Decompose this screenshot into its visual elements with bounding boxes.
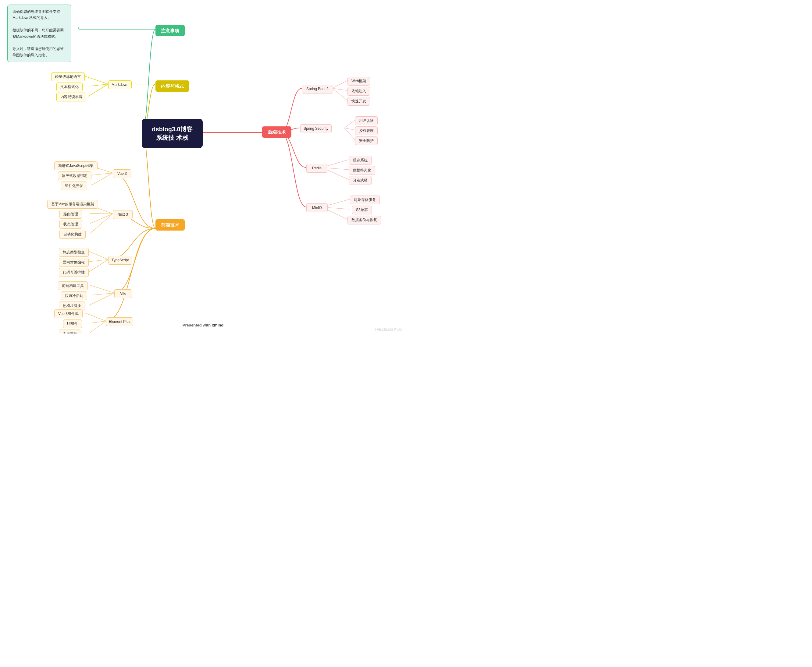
note-line-2: 根据软件的不同，您可能需要调整Markdown的语法或格式。 [13, 27, 66, 40]
leaf-ts-static: 静态类型检查 [59, 248, 89, 257]
footer-brand: xmind [212, 323, 223, 327]
footer: Presented with xmind [183, 323, 223, 327]
branch-backend: 后端技术 [262, 126, 291, 138]
sub-vue3: Vue 3 [113, 169, 131, 178]
sub-minio: MinIO [306, 204, 328, 212]
leaf-md-read: 内容易读易写 [57, 93, 86, 101]
leaf-md-light: 轻量级标记语言 [51, 73, 85, 81]
note-line-1: 请确保您的思维导图软件支持Markdown格式的导入。 [13, 8, 66, 21]
leaf-vue-prog: 渐进式JavaScript框架 [54, 161, 98, 170]
sub-vite: Vite [114, 289, 132, 298]
sub-elementplus: Element Plus [106, 317, 133, 326]
leaf-lock: 分布式锁 [349, 176, 371, 185]
leaf-oss: 对象存储服务 [350, 196, 380, 204]
leaf-cache: 缓存系统 [349, 156, 371, 165]
branch-notice: 注意事项 [155, 25, 185, 36]
leaf-ep-vue3: Vue 3组件库 [54, 309, 83, 318]
sub-springboot: Spring Boot 3 [302, 85, 333, 93]
leaf-vite-cold: 快速冷启动 [61, 292, 87, 300]
leaf-web: Web框架 [348, 77, 370, 86]
leaf-nuxt-build: 自动化构建 [60, 230, 86, 239]
leaf-security: 安全防护 [355, 136, 378, 145]
leaf-vue-comp: 组件化开发 [61, 181, 87, 190]
leaf-backup: 数据备份与恢复 [348, 216, 381, 224]
leaf-quickdev: 快速开发 [348, 97, 370, 106]
sub-redis: Redis [306, 164, 327, 173]
sub-nuxt3: Nuxt 3 [113, 210, 133, 219]
leaf-ts-oop: 面向对象编程 [59, 258, 89, 267]
sub-springsecurity: Spring Security [300, 124, 332, 133]
leaf-nuxt-state: 状态管理 [60, 220, 82, 229]
leaf-nuxt-ssr: 基于Vue的服务端渲染框架 [47, 200, 98, 209]
leaf-ep-ui: UI组件 [63, 320, 82, 329]
sub-typescript: TypeScript [108, 256, 132, 265]
leaf-s3: S3兼容 [352, 206, 372, 214]
leaf-ts-maint: 代码可维护性 [59, 268, 89, 277]
leaf-authz: 授权管理 [355, 126, 378, 135]
leaf-md-format: 文本格式化 [57, 83, 83, 91]
leaf-vite-build: 前端构建工具 [58, 281, 88, 290]
leaf-persist: 数据持久化 [349, 166, 375, 175]
branch-frontend: 前端技术 [155, 219, 185, 231]
footer-text: Presented with [183, 323, 212, 327]
center-node: dsblog3.0博客系统技 术栈 [142, 119, 203, 148]
leaf-vite-hmr: 热模块替换 [59, 302, 85, 310]
leaf-nuxt-route: 路由管理 [60, 210, 82, 219]
note-line-3: 导入时，请遵循您所使用的思维导图软件的导入指南。 [13, 46, 66, 58]
leaf-di: 依赖注入 [348, 87, 370, 96]
branch-content: 内容与格式 [155, 80, 189, 92]
leaf-ep-theme: 主题定制 [59, 330, 82, 334]
leaf-authn: 用户认证 [355, 116, 378, 125]
leaf-vue-reactive: 响应式数据绑定 [58, 171, 92, 180]
note-box: 请确保您的思维导图软件支持Markdown格式的导入。 根据软件的不同，您可能需… [7, 5, 72, 62]
watermark: @极士股业技术社区 [375, 327, 402, 332]
canvas: 请确保您的思维导图软件支持Markdown格式的导入。 根据软件的不同，您可能需… [0, 0, 406, 334]
sub-markdown: Markdown [108, 80, 131, 89]
